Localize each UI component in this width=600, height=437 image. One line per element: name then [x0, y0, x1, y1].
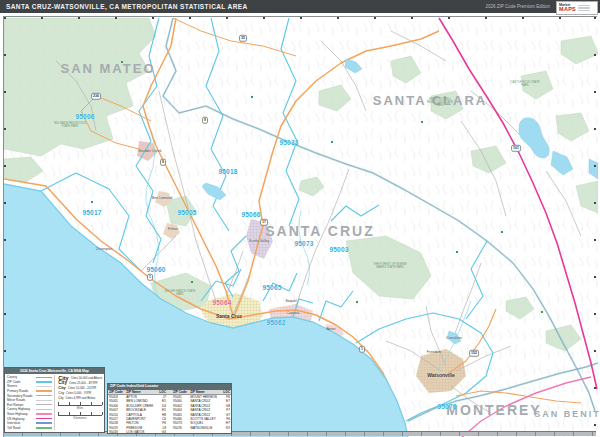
legend-items: CountyZIP CodeStreetsPrimary RoadsSecond… — [7, 375, 52, 430]
logo-address-lines — [578, 5, 590, 12]
legend-item-toll-road: Toll Road — [7, 426, 52, 431]
logo-brand-bottom: MAPS — [559, 7, 576, 13]
grid-ticks-top — [4, 17, 596, 19]
zip-table-cell — [221, 430, 231, 434]
grid-ticks-right — [594, 17, 596, 436]
header-bar: SANTA CRUZ-WATSONVILLE, CA METROPOLITAN … — [0, 0, 600, 13]
zip-table-cell: G3 — [157, 430, 167, 434]
legend-swatch-county-hwy — [36, 409, 52, 410]
legend-swatch-street — [36, 386, 52, 387]
scale-bar-kilometers: Kilometers — [58, 413, 102, 420]
page-title: SANTA CRUZ-WATSONVILLE, CA METROPOLITAN … — [0, 3, 248, 10]
zip-table-cell — [172, 430, 189, 434]
marketmaps-logo: Market MAPS — [556, 1, 598, 15]
zip-table-cell — [189, 430, 221, 434]
map-legend: 2026 Santa Cruz-Watsonville, CA MSA Map … — [4, 367, 105, 433]
legend-city-c3: CityCities 10,000 - 24,999 — [58, 385, 102, 390]
legend-swatch-toll — [36, 427, 52, 429]
legend-swatch-zip — [36, 381, 52, 382]
legend-cities: CityCities 50,000 and AboveCityCities 25… — [54, 375, 102, 430]
legend-city-c5: CityCities 4,999 and Below — [58, 395, 102, 400]
legend-swatch-secondary — [36, 395, 52, 396]
zip-table-cell: 95033 — [108, 430, 125, 434]
legend-swatch-state-hwy — [36, 413, 52, 415]
legend-swatch-us-hwy — [36, 418, 52, 420]
zip-index-table: ZIP Code Index/Grid Locator ZIP CodeZIP … — [107, 383, 232, 434]
map-page: SANTA CRUZ-WATSONVILLE, CA METROPOLITAN … — [0, 0, 600, 437]
legend-swatch-primary — [36, 390, 52, 391]
legend-swatch-ramp — [36, 404, 52, 405]
scale-bar-miles: Miles — [58, 403, 102, 410]
legend-swatch-interstate — [36, 422, 52, 424]
edition-label: 2026 ZIP Code Premium Edition — [486, 4, 550, 9]
zip-table-cell: LOS GATOS — [125, 430, 157, 434]
legend-swatch-county — [36, 377, 52, 379]
legend-swatch-minor — [36, 400, 52, 401]
